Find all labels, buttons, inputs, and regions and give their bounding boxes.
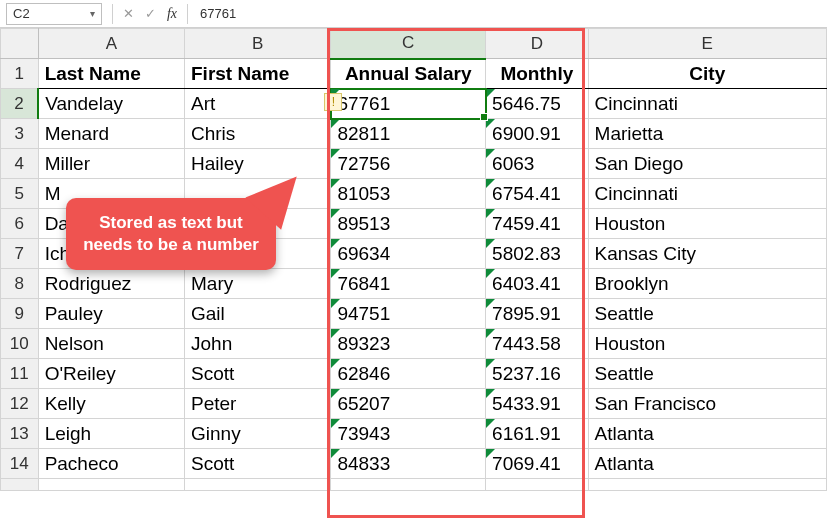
cell-E5[interactable]: Cincinnati [588, 179, 826, 209]
row-header-14[interactable]: 14 [1, 449, 39, 479]
cell-A8[interactable]: Rodriguez [38, 269, 184, 299]
header-cell-A[interactable]: Last Name [38, 59, 184, 89]
column-header-A[interactable]: A [38, 29, 184, 59]
cell-E6[interactable]: Houston [588, 209, 826, 239]
cell-empty[interactable] [331, 479, 486, 491]
cell-E13[interactable]: Atlanta [588, 419, 826, 449]
cell-C4[interactable]: 72756 [331, 149, 486, 179]
column-header-B[interactable]: B [185, 29, 331, 59]
cell-C6[interactable]: 89513 [331, 209, 486, 239]
cell-D6[interactable]: 7459.41 [486, 209, 588, 239]
cell-C10[interactable]: 89323 [331, 329, 486, 359]
cell-D4[interactable]: 6063 [486, 149, 588, 179]
cell-D5[interactable]: 6754.41 [486, 179, 588, 209]
cell-E10[interactable]: Houston [588, 329, 826, 359]
cell-C7[interactable]: 69634 [331, 239, 486, 269]
cell-C13[interactable]: 73943 [331, 419, 486, 449]
cell-A12[interactable]: Kelly [38, 389, 184, 419]
cell-B3[interactable]: Chris [185, 119, 331, 149]
cell-B11[interactable]: Scott [185, 359, 331, 389]
cell-E14[interactable]: Atlanta [588, 449, 826, 479]
cell-A10[interactable]: Nelson [38, 329, 184, 359]
cell-C5[interactable]: 81053 [331, 179, 486, 209]
cell-D2[interactable]: 5646.75 [486, 89, 588, 119]
row-header-6[interactable]: 6 [1, 209, 39, 239]
error-warning-icon[interactable]: ! [324, 93, 342, 111]
fx-icon[interactable]: fx [161, 3, 183, 25]
row-header-5[interactable]: 5 [1, 179, 39, 209]
cell-B13[interactable]: Ginny [185, 419, 331, 449]
cell-empty[interactable] [185, 479, 331, 491]
cell-D9[interactable]: 7895.91 [486, 299, 588, 329]
row-header-2[interactable]: 2 [1, 89, 39, 119]
cell-A11[interactable]: O'Reiley [38, 359, 184, 389]
cell-B12[interactable]: Peter [185, 389, 331, 419]
cell-empty[interactable] [486, 479, 588, 491]
cell-value: 69634 [331, 239, 485, 268]
cell-C2[interactable]: 67761 [331, 89, 486, 119]
cell-C9[interactable]: 94751 [331, 299, 486, 329]
cell-value: 76841 [331, 269, 485, 298]
cell-E8[interactable]: Brooklyn [588, 269, 826, 299]
cell-E3[interactable]: Marietta [588, 119, 826, 149]
cell-B4[interactable]: Hailey [185, 149, 331, 179]
row-header-13[interactable]: 13 [1, 419, 39, 449]
row-header-8[interactable]: 8 [1, 269, 39, 299]
cell-E2[interactable]: Cincinnati [588, 89, 826, 119]
row-header-9[interactable]: 9 [1, 299, 39, 329]
cell-B2[interactable]: Art! [185, 89, 331, 119]
cell-A4[interactable]: Miller [38, 149, 184, 179]
formula-value[interactable]: 67761 [192, 6, 827, 21]
cell-D7[interactable]: 5802.83 [486, 239, 588, 269]
header-cell-B[interactable]: First Name [185, 59, 331, 89]
cell-D12[interactable]: 5433.91 [486, 389, 588, 419]
cell-D10[interactable]: 7443.58 [486, 329, 588, 359]
cell-C14[interactable]: 84833 [331, 449, 486, 479]
header-cell-C[interactable]: Annual Salary [331, 59, 486, 89]
cell-C12[interactable]: 65207 [331, 389, 486, 419]
cell-D3[interactable]: 6900.91 [486, 119, 588, 149]
cell-empty[interactable] [38, 479, 184, 491]
cell-empty[interactable] [588, 479, 826, 491]
cell-D8[interactable]: 6403.41 [486, 269, 588, 299]
cell-C3[interactable]: 82811 [331, 119, 486, 149]
cell-A9[interactable]: Pauley [38, 299, 184, 329]
row-header-10[interactable]: 10 [1, 329, 39, 359]
row-header-12[interactable]: 12 [1, 389, 39, 419]
cell-E7[interactable]: Kansas City [588, 239, 826, 269]
column-header-E[interactable]: E [588, 29, 826, 59]
select-all-corner[interactable] [1, 29, 39, 59]
cell-B8[interactable]: Mary [185, 269, 331, 299]
cell-D11[interactable]: 5237.16 [486, 359, 588, 389]
cell-E12[interactable]: San Francisco [588, 389, 826, 419]
cell-C8[interactable]: 76841 [331, 269, 486, 299]
cell-E9[interactable]: Seattle [588, 299, 826, 329]
row-header-11[interactable]: 11 [1, 359, 39, 389]
cell-D14[interactable]: 7069.41 [486, 449, 588, 479]
row-header-15[interactable] [1, 479, 39, 491]
confirm-icon[interactable]: ✓ [139, 3, 161, 25]
name-box[interactable]: C2 ▾ [6, 3, 102, 25]
row-header-4[interactable]: 4 [1, 149, 39, 179]
cell-E4[interactable]: San Diego [588, 149, 826, 179]
cell-C11[interactable]: 62846 [331, 359, 486, 389]
cell-B14[interactable]: Scott [185, 449, 331, 479]
chevron-down-icon[interactable]: ▾ [90, 8, 95, 19]
cell-B9[interactable]: Gail [185, 299, 331, 329]
column-header-D[interactable]: D [486, 29, 588, 59]
row-header-7[interactable]: 7 [1, 239, 39, 269]
cell-A3[interactable]: Menard [38, 119, 184, 149]
header-cell-D[interactable]: Monthly [486, 59, 588, 89]
spreadsheet-grid[interactable]: ABCDE1Last NameFirst NameAnnual SalaryMo… [0, 28, 827, 491]
cancel-icon[interactable]: ✕ [117, 3, 139, 25]
cell-A2[interactable]: Vandelay [38, 89, 184, 119]
cell-D13[interactable]: 6161.91 [486, 419, 588, 449]
cell-A14[interactable]: Pacheco [38, 449, 184, 479]
cell-B10[interactable]: John [185, 329, 331, 359]
row-header-3[interactable]: 3 [1, 119, 39, 149]
column-header-C[interactable]: C [331, 29, 486, 59]
cell-E11[interactable]: Seattle [588, 359, 826, 389]
header-cell-E[interactable]: City [588, 59, 826, 89]
cell-A13[interactable]: Leigh [38, 419, 184, 449]
row-header-1[interactable]: 1 [1, 59, 39, 89]
